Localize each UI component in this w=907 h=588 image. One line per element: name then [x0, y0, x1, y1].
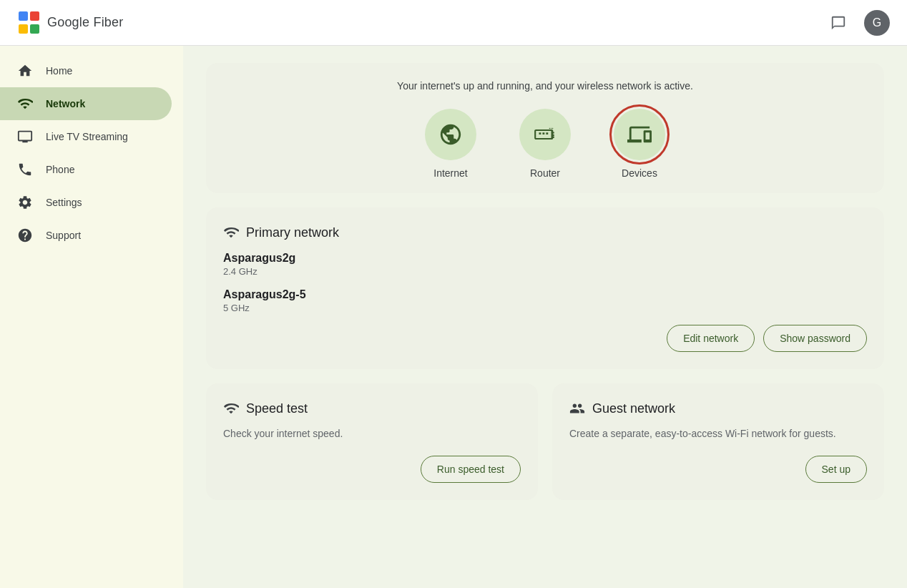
- sidebar-item-phone-label: Phone: [46, 164, 74, 175]
- speed-test-desc: Check your internet speed.: [223, 426, 521, 441]
- primary-network-header: Primary network: [223, 225, 867, 240]
- speed-test-header: Speed test: [223, 401, 521, 416]
- guest-network-desc: Create a separate, easy-to-access Wi-Fi …: [569, 426, 867, 441]
- show-password-button[interactable]: Show password: [763, 325, 867, 352]
- internet-icon-item[interactable]: Internet: [425, 109, 476, 179]
- sidebar-item-livetv-label: Live TV Streaming: [46, 131, 128, 142]
- status-card: Your internet's up and running, and your…: [206, 63, 884, 193]
- run-speed-test-button[interactable]: Run speed test: [421, 456, 521, 483]
- speed-test-icon: [223, 401, 239, 416]
- layout: Home Network Live TV Streaming: [0, 46, 907, 588]
- guest-network-header: Guest network: [569, 401, 867, 416]
- network-5g: Asparagus2g-5 5 GHz: [223, 288, 867, 313]
- devices-icon-circle: [614, 109, 665, 160]
- sidebar-item-support[interactable]: Support: [0, 219, 172, 252]
- speed-test-action: Run speed test: [223, 456, 521, 483]
- sidebar-item-network-label: Network: [46, 98, 85, 109]
- messages-icon[interactable]: [824, 9, 853, 37]
- sidebar-item-phone[interactable]: Phone: [0, 153, 172, 186]
- tv-icon: [17, 129, 34, 144]
- network-5g-freq: 5 GHz: [223, 303, 867, 313]
- phone-icon: [17, 162, 34, 177]
- sidebar-item-home[interactable]: Home: [0, 54, 172, 87]
- brand-name: Google Fiber: [47, 15, 123, 30]
- google-logo: [17, 11, 40, 34]
- sidebar-item-settings-label: Settings: [46, 197, 82, 208]
- topnav-right: G: [824, 9, 890, 37]
- network-icons-row: Internet Router: [223, 109, 867, 179]
- support-icon: [17, 227, 34, 243]
- router-icon-item[interactable]: Router: [519, 109, 571, 179]
- devices-label: Devices: [622, 167, 657, 179]
- guest-network-action: Set up: [569, 456, 867, 483]
- internet-label: Internet: [433, 167, 467, 179]
- network-5g-name: Asparagus2g-5: [223, 288, 867, 301]
- router-icon-circle: [519, 109, 571, 160]
- main-content: Your internet's up and running, and your…: [183, 46, 907, 588]
- guest-network-card: Guest network Create a separate, easy-to…: [552, 383, 884, 500]
- speed-test-card: Speed test Check your internet speed. Ru…: [206, 383, 538, 500]
- wifi-primary-icon: [223, 225, 239, 240]
- sidebar: Home Network Live TV Streaming: [0, 46, 183, 588]
- bottom-cards: Speed test Check your internet speed. Ru…: [206, 383, 884, 500]
- home-icon: [17, 63, 34, 79]
- set-up-guest-button[interactable]: Set up: [805, 456, 867, 483]
- internet-icon-circle: [425, 109, 476, 160]
- sidebar-item-home-label: Home: [46, 65, 72, 77]
- primary-network-title: Primary network: [246, 225, 339, 240]
- guest-network-icon: [569, 401, 585, 416]
- sidebar-item-livetv[interactable]: Live TV Streaming: [0, 120, 172, 153]
- wifi-icon: [17, 96, 34, 112]
- guest-network-title: Guest network: [592, 401, 675, 416]
- network-2g: Asparagus2g 2.4 GHz: [223, 252, 867, 277]
- sidebar-item-settings[interactable]: Settings: [0, 186, 172, 219]
- speed-test-title: Speed test: [246, 401, 308, 416]
- status-text: Your internet's up and running, and your…: [223, 80, 867, 92]
- devices-icon-item[interactable]: Devices: [614, 109, 665, 179]
- primary-network-actions: Edit network Show password: [223, 325, 867, 352]
- primary-network-card: Primary network Asparagus2g 2.4 GHz Aspa…: [206, 207, 884, 369]
- edit-network-button[interactable]: Edit network: [667, 325, 755, 352]
- sidebar-item-network[interactable]: Network: [0, 87, 172, 120]
- topnav: Google Fiber G: [0, 0, 907, 46]
- brand: Google Fiber: [17, 11, 123, 34]
- network-2g-freq: 2.4 GHz: [223, 266, 867, 277]
- network-2g-name: Asparagus2g: [223, 252, 867, 265]
- settings-icon: [17, 195, 34, 210]
- router-label: Router: [530, 167, 560, 179]
- sidebar-item-support-label: Support: [46, 230, 81, 241]
- user-avatar[interactable]: G: [864, 10, 890, 36]
